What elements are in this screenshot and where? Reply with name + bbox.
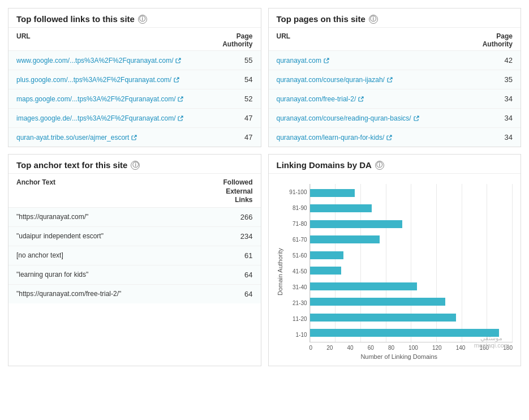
bars-and-axes: 91-10081-9071-8061-7051-6041-5031-4021-3… xyxy=(286,184,513,342)
row-url-link[interactable]: quranayat.com xyxy=(277,57,468,65)
table-row: quranayat.com/course/reading-quran-basic… xyxy=(269,109,521,128)
linking-domains-title-text: Linking Domains by DA xyxy=(277,160,372,170)
top-anchor-text-title: Top anchor text for this site ⓘ xyxy=(16,160,253,170)
table-row: quran-ayat.tribe.so/user/ajmer_escort 47 xyxy=(8,128,261,147)
row-url-link[interactable]: plus.google.com/...tps%3A%2F%2Fquranayat… xyxy=(16,76,208,84)
x-tick-label: 120 xyxy=(432,345,442,351)
row-url-link[interactable]: quranayat.com/course/quran-ijazah/ xyxy=(277,76,468,84)
external-link-icon xyxy=(387,77,393,83)
top-pages-title: Top pages on this site ⓘ xyxy=(277,14,513,24)
top-followed-links-table: URL PageAuthority www.google.com/...tps%… xyxy=(8,28,261,147)
row-url-link[interactable]: quranayat.com/course/reading-quran-basic… xyxy=(277,114,468,122)
col-header-pa: PageAuthority xyxy=(208,32,253,48)
linking-domains-header: Linking Domains by DA ⓘ xyxy=(269,155,521,174)
y-label: 61-70 xyxy=(286,232,307,247)
x-tick-label: 40 xyxy=(347,345,353,351)
x-tick-label: 80 xyxy=(388,345,394,351)
row-links-value: 234 xyxy=(208,232,253,241)
top-anchor-text-table: Anchor Text FollowedExternalLinks "https… xyxy=(8,174,261,303)
row-pa-value: 35 xyxy=(467,75,513,84)
anchor-text-value: "https://quranayat.com/" xyxy=(16,213,208,221)
row-pa-value: 47 xyxy=(208,133,253,142)
y-label: 11-20 xyxy=(286,311,307,327)
top-followed-links-col-headers: URL PageAuthority xyxy=(8,28,261,51)
table-row: quranayat.com 42 xyxy=(269,51,521,70)
bar-row xyxy=(310,278,513,294)
row-links-value: 64 xyxy=(208,271,253,279)
top-followed-links-header: Top followed links to this site ⓘ xyxy=(8,8,261,28)
table-row: images.google.de/...tps%3A%2F%2Fquranaya… xyxy=(8,109,261,128)
y-labels: 91-10081-9071-8061-7051-6041-5031-4021-3… xyxy=(286,184,307,342)
bars-grid xyxy=(309,184,513,342)
row-links-value: 64 xyxy=(208,290,253,298)
followed-links-rows: www.google.com/...tps%3A%2F%2Fquranayat.… xyxy=(8,51,261,147)
x-tick-label: 20 xyxy=(326,345,333,351)
anchor-text-rows: "https://quranayat.com/"266"udaipur inde… xyxy=(8,208,261,303)
top-pages-header: Top pages on this site ⓘ xyxy=(269,8,521,28)
anchor-text-value: "https://quranayat.com/free-trial-2/" xyxy=(16,290,208,298)
top-followed-links-title-text: Top followed links to this site xyxy=(16,14,135,24)
table-row: plus.google.com/...tps%3A%2F%2Fquranayat… xyxy=(8,70,261,89)
bar xyxy=(310,235,380,243)
y-axis-label: Domain Authority xyxy=(277,184,283,360)
chart-container: Domain Authority 91-10081-9071-8061-7051… xyxy=(277,184,513,360)
bar-row xyxy=(310,232,513,248)
row-url-link[interactable]: maps.google.com/...tps%3A%2F%2Fquranayat… xyxy=(16,95,208,103)
anchor-text-value: [no anchor text] xyxy=(16,251,208,259)
row-url-link[interactable]: images.google.de/...tps%3A%2F%2Fquranaya… xyxy=(16,114,208,122)
table-row: quranayat.com/course/quran-ijazah/ 35 xyxy=(269,70,521,89)
table-row: quranayat.com/free-trial-2/ 34 xyxy=(269,89,521,109)
col-header-links: FollowedExternalLinks xyxy=(202,178,253,205)
top-pages-rows: quranayat.com 42quranayat.com/course/qur… xyxy=(269,51,521,147)
top-anchor-text-info-icon[interactable]: ⓘ xyxy=(131,161,140,170)
row-pa-value: 34 xyxy=(467,133,513,142)
col-header-url: URL xyxy=(16,32,208,48)
row-pa-value: 34 xyxy=(467,114,513,122)
row-url-link[interactable]: www.google.com/...tps%3A%2F%2Fquranayat.… xyxy=(16,57,208,65)
bar-row xyxy=(310,310,513,325)
row-url-link[interactable]: quran-ayat.tribe.so/user/ajmer_escort xyxy=(16,134,208,142)
bars-column xyxy=(310,184,513,342)
table-row: "learning quran for kids"64 xyxy=(8,265,261,285)
col-header-url-pages: URL xyxy=(277,32,468,48)
external-link-icon xyxy=(178,115,183,121)
row-links-value: 61 xyxy=(208,251,253,260)
row-pa-value: 52 xyxy=(208,95,253,103)
top-pages-info-icon[interactable]: ⓘ xyxy=(369,15,378,24)
top-pages-title-text: Top pages on this site xyxy=(277,14,365,24)
anchor-text-value: "udaipur independent escort" xyxy=(16,232,208,240)
bar-row xyxy=(310,263,513,279)
top-followed-links-info-icon[interactable]: ⓘ xyxy=(138,15,147,24)
bar xyxy=(310,220,402,228)
top-pages-col-headers: URL PageAuthority xyxy=(269,28,521,51)
bar-row xyxy=(310,294,513,310)
y-label: 81-90 xyxy=(286,200,307,216)
col-header-anchor: Anchor Text xyxy=(16,178,202,205)
row-links-value: 266 xyxy=(208,213,253,221)
col-header-pa-pages: PageAuthority xyxy=(467,32,513,48)
bar-row xyxy=(310,185,513,201)
anchor-text-value: "learning quran for kids" xyxy=(16,271,208,278)
y-label: 21-30 xyxy=(286,295,307,311)
bar xyxy=(310,267,342,275)
bar xyxy=(310,298,445,306)
bar xyxy=(310,282,417,290)
table-row: "https://quranayat.com/free-trial-2/"64 xyxy=(8,285,261,303)
y-label: 91-100 xyxy=(286,184,307,200)
linking-domains-panel: Linking Domains by DA ⓘ Domain Authority… xyxy=(268,154,522,366)
row-pa-value: 34 xyxy=(467,95,513,103)
bar-row xyxy=(310,201,513,217)
linking-domains-title: Linking Domains by DA ⓘ xyxy=(277,160,513,170)
table-row: "udaipur independent escort"234 xyxy=(8,227,261,246)
top-anchor-text-col-headers: Anchor Text FollowedExternalLinks xyxy=(8,174,261,208)
row-url-link[interactable]: quranayat.com/free-trial-2/ xyxy=(277,95,468,103)
chart-area: 91-10081-9071-8061-7051-6041-5031-4021-3… xyxy=(286,184,513,360)
external-link-icon xyxy=(386,135,392,140)
linking-domains-info-icon[interactable]: ⓘ xyxy=(375,161,384,170)
row-url-link[interactable]: quranayat.com/learn-quran-for-kids/ xyxy=(277,134,468,142)
y-label: 71-80 xyxy=(286,216,307,232)
top-anchor-text-panel: Top anchor text for this site ⓘ Anchor T… xyxy=(8,154,261,366)
bar xyxy=(310,314,457,322)
x-tick-label: 60 xyxy=(368,345,374,351)
row-pa-value: 55 xyxy=(208,56,253,65)
